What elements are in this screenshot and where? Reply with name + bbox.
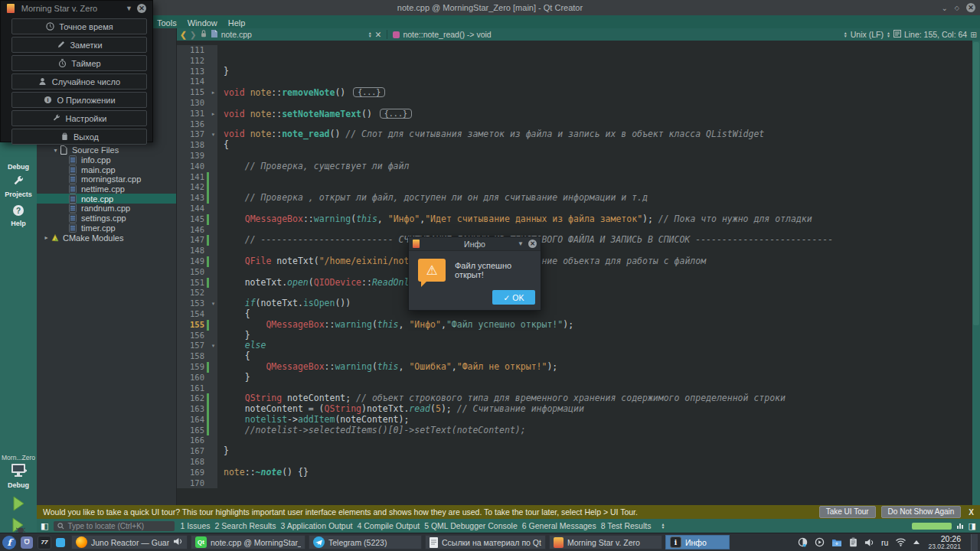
scrollbar-thumb[interactable] [973, 42, 979, 325]
popup-chevron-down-icon[interactable]: ▼ [126, 5, 132, 12]
code-line-161[interactable]: 161 [177, 383, 972, 394]
kit-selector[interactable]: Debug [0, 463, 37, 489]
code-line-167[interactable]: 167} [177, 446, 972, 457]
menu-tools[interactable]: Tools [152, 18, 182, 28]
code-line-152[interactable]: 152 [177, 288, 972, 298]
output-pane-5-qml-debugger-console[interactable]: 5 QML Debugger Console [424, 521, 518, 530]
code-line-138[interactable]: 138{ [177, 140, 972, 151]
code-line-144[interactable]: 144 [177, 204, 972, 214]
fold-open-icon[interactable]: ▾ [209, 341, 217, 351]
code-line-166[interactable]: 166 [177, 435, 972, 446]
code-line-156[interactable]: 156 } [177, 331, 972, 341]
code-line-148[interactable]: 148 [177, 246, 972, 256]
folded-block[interactable]: {...} [380, 109, 412, 119]
keyboard-layout-indicator[interactable]: ru [881, 538, 888, 547]
code-line-154[interactable]: 154 { [177, 309, 972, 320]
code-line-130[interactable]: 130 [177, 98, 972, 109]
task-button[interactable]: Telegram (5223) [309, 535, 422, 549]
output-pane-3-application-output[interactable]: 3 Application Output [280, 521, 352, 530]
code-area[interactable]: 111112113}114115▸void note::removeNote()… [177, 41, 972, 505]
tree-item-morningstar-cpp[interactable]: morningstar.cpp [37, 174, 176, 184]
encoding-dropdown-icon[interactable]: ▲▼ [887, 31, 890, 37]
infobar-close-icon[interactable]: X [969, 508, 974, 517]
tree-item-nettime-cpp[interactable]: nettime.cpp [37, 184, 176, 194]
app-77-icon[interactable]: 77 [38, 536, 51, 549]
do-not-show-again-button[interactable]: Do Not Show Again [881, 506, 962, 518]
code-line-136[interactable]: 136 [177, 119, 972, 130]
code-line-139[interactable]: 139 [177, 151, 972, 161]
code-line-158[interactable]: 158 { [177, 351, 972, 362]
code-line-153[interactable]: 153▾ if(noteTxt.isOpen()) [177, 298, 972, 309]
fold-open-icon[interactable]: ▾ [209, 298, 217, 309]
code-line-159[interactable]: 159 QMessageBox::warning(this, "Ошибка",… [177, 362, 972, 373]
tray-expand-icon[interactable] [913, 537, 920, 544]
take-ui-tour-button[interactable]: Take UI Tour [819, 506, 876, 518]
close-icon[interactable]: ✕ [966, 3, 975, 12]
fold-collapsed-icon[interactable]: ▸ [209, 109, 217, 119]
code-line-165[interactable]: 165 //notelist->selectedItems()[0]->setT… [177, 425, 972, 436]
code-line-141[interactable]: 141 [177, 172, 972, 183]
code-line-150[interactable]: 150 [177, 267, 972, 278]
task-button[interactable]: Ссылки на материал по Qt... [425, 535, 546, 549]
code-line-164[interactable]: 164 notelist->addItem(noteContent); [177, 415, 972, 425]
output-levels-icon[interactable] [957, 523, 963, 529]
search-tray-icon[interactable] [798, 537, 808, 547]
locator-input[interactable]: Type to locate (Ctrl+K) [54, 521, 175, 531]
tree-item-settings-cpp[interactable]: settings.cpp [37, 214, 176, 223]
file-dropdown-icon[interactable]: ▲▼ [368, 31, 372, 37]
popup-item[interactable]: Заметки [11, 37, 147, 53]
popup-item[interactable]: Случайное число [11, 73, 147, 90]
task-button[interactable]: Morning Star v. Zero [549, 535, 662, 549]
mode-debug[interactable]: Debug [0, 163, 37, 171]
minimize-icon[interactable]: ⌄ [941, 4, 947, 12]
code-line-169[interactable]: 169note::~note() {} [177, 468, 972, 478]
folded-block[interactable]: {...} [353, 87, 385, 97]
show-desktop-button[interactable] [971, 534, 978, 551]
discord-icon[interactable]: ᗜ [21, 536, 33, 549]
collapse-icon[interactable]: ▾ [52, 147, 59, 154]
tree-item-timer-cpp[interactable]: timer.cpp [37, 223, 176, 233]
code-line-140[interactable]: 140 // Проверка, существует ли файл [177, 161, 972, 172]
wifi-icon[interactable] [895, 536, 906, 549]
fold-collapsed-icon[interactable]: ▸ [209, 87, 217, 98]
updates-tray-icon[interactable] [831, 538, 842, 547]
code-line-168[interactable]: 168 [177, 457, 972, 468]
popup-item[interactable]: iО Приложении [11, 92, 147, 108]
code-line-137[interactable]: 137▾void note::note_read() // Слот для с… [177, 129, 972, 140]
code-line-142[interactable]: 142 [177, 182, 972, 193]
code-line-162[interactable]: 162 QString noteContent; // объект строк… [177, 393, 972, 404]
back-icon[interactable]: ❮ [180, 30, 187, 39]
output-pane-4-compile-output[interactable]: 4 Compile Output [357, 521, 420, 530]
line-ending-dropdown-icon[interactable]: ▲▼ [844, 31, 848, 37]
media-tray-icon[interactable] [815, 537, 825, 547]
task-button[interactable]: Qtnote.cpp @ MorningStar_Ze... [191, 535, 305, 549]
tree-item-note-cpp[interactable]: note.cpp [37, 194, 176, 204]
code-line-155[interactable]: 155 QMessageBox::warning(this, "Инфо","Ф… [177, 320, 972, 331]
task-button[interactable]: iИнфо [665, 535, 730, 549]
code-line-160[interactable]: 160 } [177, 373, 972, 383]
code-line-170[interactable]: 170 [177, 478, 972, 489]
code-line-131[interactable]: 131▸void note::setNoteNameText() {...} [177, 109, 972, 119]
code-line-149[interactable]: 149 QFile noteTxt("/home/eixini/note_mor… [177, 256, 972, 267]
output-pane-8-test-results[interactable]: 8 Test Results [601, 521, 652, 530]
open-file-tab[interactable]: note.cpp [221, 30, 365, 39]
line-ending-select[interactable]: Unix (LF) [851, 30, 884, 39]
fold-open-icon[interactable]: ▾ [209, 129, 217, 140]
tree-item-info-cpp[interactable]: info.cpp [37, 155, 176, 165]
task-button[interactable]: Juno Reactor — Guardia... [71, 535, 188, 549]
popup-close-icon[interactable]: ✕ [137, 4, 146, 13]
editor-scrollbar[interactable] [972, 41, 980, 505]
mode-help[interactable]: ? Help [0, 204, 37, 227]
output-pane-2-search-results[interactable]: 2 Search Results [215, 521, 276, 530]
ok-button[interactable]: ✓ OK [492, 290, 535, 305]
toggle-left-sidebar-icon[interactable]: ◧ [41, 521, 48, 531]
blue-app-icon[interactable] [56, 538, 65, 547]
clock[interactable]: 20:26 23.02.2021 [928, 535, 961, 550]
output-pane-6-general-messages[interactable]: 6 General Messages [522, 521, 596, 530]
popup-item[interactable]: Точное время [11, 18, 147, 34]
output-panes-dropdown-icon[interactable]: ▲▼ [661, 523, 665, 529]
code-line-112[interactable]: 112 [177, 56, 972, 67]
dialog-chevron-down-icon[interactable]: ▼ [518, 240, 524, 247]
tree-item-cmake-modules[interactable]: ▸CMake Modules [37, 233, 176, 243]
code-line-111[interactable]: 111 [177, 45, 972, 56]
